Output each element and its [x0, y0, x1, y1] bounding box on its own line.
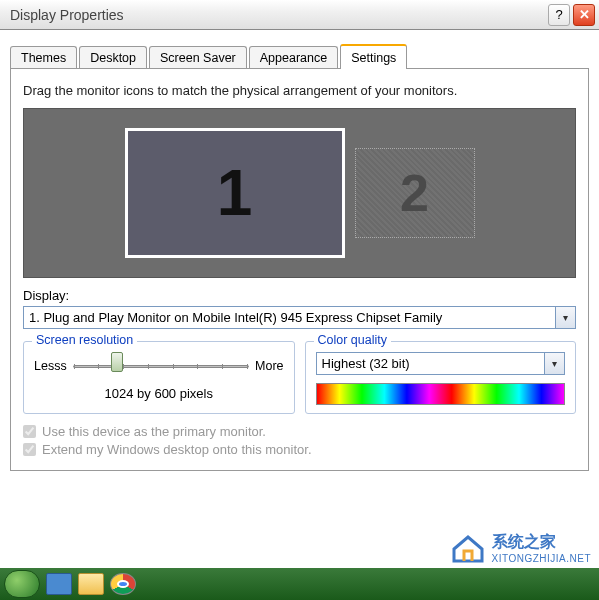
titlebar: Display Properties ? ✕: [0, 0, 599, 30]
tab-screen-saver[interactable]: Screen Saver: [149, 46, 247, 69]
display-label: Display:: [23, 288, 576, 303]
color-dropdown-arrow[interactable]: ▾: [545, 352, 565, 375]
taskbar[interactable]: [0, 568, 599, 600]
display-dropdown[interactable]: ▾: [23, 306, 576, 329]
display-value[interactable]: [23, 306, 556, 329]
monitor-1[interactable]: 1: [125, 128, 345, 258]
watermark-text-2: XITONGZHIJIA.NET: [492, 553, 592, 564]
resolution-slider[interactable]: [73, 356, 249, 376]
start-button[interactable]: [4, 570, 40, 598]
dialog-content: Themes Desktop Screen Saver Appearance S…: [0, 30, 599, 471]
resolution-less-label: Lesss: [34, 359, 67, 373]
screen-resolution-group: Screen resolution Lesss More 1024 by 600…: [23, 341, 295, 414]
close-button[interactable]: ✕: [573, 4, 595, 26]
tab-desktop[interactable]: Desktop: [79, 46, 147, 69]
color-quality-group: Color quality ▾: [305, 341, 577, 414]
taskbar-chrome-icon[interactable]: [110, 573, 136, 595]
resolution-value-text: 1024 by 600 pixels: [34, 386, 284, 401]
primary-monitor-checkbox: [23, 425, 36, 438]
color-legend: Color quality: [314, 333, 391, 347]
close-icon: ✕: [579, 7, 590, 22]
taskbar-explorer-icon[interactable]: [78, 573, 104, 595]
extend-desktop-checkbox: [23, 443, 36, 456]
resolution-slider-thumb[interactable]: [111, 352, 123, 372]
window-title: Display Properties: [10, 7, 545, 23]
extend-desktop-label: Extend my Windows desktop onto this moni…: [42, 442, 312, 457]
settings-panel: Drag the monitor icons to match the phys…: [10, 68, 589, 471]
taskbar-app-icon[interactable]: [46, 573, 72, 595]
tab-settings[interactable]: Settings: [340, 44, 407, 69]
watermark: 系统之家 XITONGZHIJIA.NET: [450, 532, 592, 564]
watermark-logo-icon: [450, 533, 486, 563]
chevron-down-icon: ▾: [552, 358, 557, 369]
resolution-legend: Screen resolution: [32, 333, 137, 347]
primary-monitor-checkbox-row: Use this device as the primary monitor.: [23, 424, 576, 439]
display-dropdown-arrow[interactable]: ▾: [556, 306, 576, 329]
color-quality-dropdown[interactable]: ▾: [316, 352, 566, 375]
color-quality-value[interactable]: [316, 352, 546, 375]
help-icon: ?: [555, 7, 562, 22]
chevron-down-icon: ▾: [563, 312, 568, 323]
help-button[interactable]: ?: [548, 4, 570, 26]
checkbox-section: Use this device as the primary monitor. …: [23, 424, 576, 457]
resolution-more-label: More: [255, 359, 283, 373]
extend-desktop-checkbox-row: Extend my Windows desktop onto this moni…: [23, 442, 576, 457]
monitor-arrangement-area[interactable]: 1 2: [23, 108, 576, 278]
color-spectrum-preview: [316, 383, 566, 405]
group-row: Screen resolution Lesss More 1024 by 600…: [23, 341, 576, 414]
instruction-text: Drag the monitor icons to match the phys…: [23, 83, 576, 98]
tab-appearance[interactable]: Appearance: [249, 46, 338, 69]
watermark-text-1: 系统之家: [492, 532, 592, 553]
tab-themes[interactable]: Themes: [10, 46, 77, 69]
primary-monitor-label: Use this device as the primary monitor.: [42, 424, 266, 439]
monitor-2[interactable]: 2: [355, 148, 475, 238]
tab-strip: Themes Desktop Screen Saver Appearance S…: [10, 44, 589, 68]
